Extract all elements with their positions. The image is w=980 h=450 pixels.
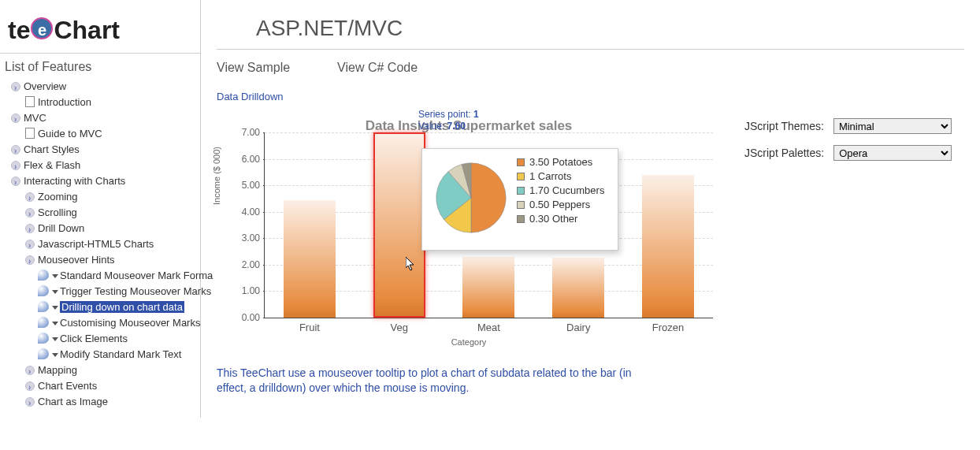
tree-click-elements[interactable]: Click Elements [60,333,128,344]
swatch-icon [517,173,525,180]
xtick: Frozen [629,322,707,333]
bar-frozen[interactable] [642,175,694,318]
tree-std-marks[interactable]: Standard Mouseover Mark Forma [60,270,213,281]
tree-introduction[interactable]: Introduction [38,96,91,108]
palettes-select[interactable]: Opera [833,145,952,161]
leaf-icon [38,333,49,344]
chevron-down-icon[interactable] [52,306,58,310]
legend-text: 1 Carrots [529,169,571,184]
pie-chart [433,160,509,236]
swatch-icon [517,215,525,223]
expand-icon[interactable] [11,145,20,154]
tree-overview[interactable]: Overview [24,80,66,92]
xtick: Dairy [539,322,618,333]
palettes-label: JScript Palettes: [744,147,824,159]
tree-chart-styles[interactable]: Chart Styles [24,143,80,155]
expand-icon[interactable] [25,208,35,218]
tree-flex-flash[interactable]: Flex & Flash [24,159,80,171]
expand-icon[interactable] [25,366,35,375]
pie-slice-potatoes [471,163,506,232]
legend-row: 1 Carrots [517,169,604,184]
tree-mouseover[interactable]: Mouseover Hints [38,254,115,266]
cursor-icon [406,257,418,273]
expand-icon[interactable] [25,224,35,233]
expand-icon[interactable] [11,177,20,186]
chevron-down-icon[interactable] [52,353,58,357]
ytick: 6.00 [232,154,260,165]
sidebar: teeChart List of Features Overview Intro… [0,0,201,418]
leaf-icon [38,348,49,359]
tree-js-html5[interactable]: Javascript-HTML5 Charts [38,238,154,250]
legend-text: 0.30 Other [529,212,577,226]
tree-interacting[interactable]: Interacting with Charts [24,175,125,187]
tree-guide-mvc[interactable]: Guide to MVC [38,128,102,139]
tree-modify-mark[interactable]: Modify Standard Mark Text [60,348,181,360]
chevron-down-icon[interactable] [52,290,58,294]
swatch-icon [517,201,525,209]
expand-icon[interactable] [11,82,20,91]
ytick: 2.00 [232,259,260,270]
leaf-icon [38,270,49,281]
tree-zooming[interactable]: Zooming [38,191,78,203]
ytick: 5.00 [232,180,260,191]
chevron-down-icon[interactable] [52,274,58,278]
ytick: 4.00 [232,206,260,218]
legend-row: 1.70 Cucumbers [517,184,604,198]
expand-icon[interactable] [25,397,35,407]
page-title: ASP.NET/MVC [217,0,964,50]
chevron-down-icon[interactable] [52,322,58,325]
xtick: Meat [449,322,528,333]
chevron-down-icon[interactable] [52,337,58,341]
drilldown-tooltip: 3.50 Potatoes1 Carrots1.70 Cucumbers0.50… [421,148,618,251]
tree-drilldown[interactable]: Drill Down [38,222,84,234]
doc-icon [25,128,35,139]
chart-controls: JScript Themes: Minimal JScript Palettes… [744,110,952,172]
tree-drilling-chart[interactable]: Drilling down on chart data [60,301,184,313]
yaxis-label: Income ($ 000) [212,147,221,205]
ytick: 3.00 [232,232,260,244]
description-text: This TeeChart use a mouseover tooltip to… [217,347,658,396]
themes-select[interactable]: Minimal [833,118,952,134]
pie-legend: 3.50 Potatoes1 Carrots1.70 Cucumbers0.50… [517,155,604,226]
bar-meat[interactable] [462,257,514,318]
leaf-icon [38,301,49,312]
tree-scrolling[interactable]: Scrolling [38,206,77,218]
legend-text: 3.50 Potatoes [529,155,592,169]
expand-icon[interactable] [11,161,20,170]
tabs: View Sample View C# Code [217,50,964,75]
bar-dairy[interactable] [552,258,604,318]
tree-trigger[interactable]: Trigger Testing Mouseover Marks [60,285,211,297]
legend-text: 0.50 Peppers [529,198,590,212]
tree-chart-image[interactable]: Chart as Image [38,396,108,407]
ytick: 7.00 [232,127,260,138]
expand-icon[interactable] [11,113,20,123]
expand-icon[interactable] [25,255,35,265]
xtick: Fruit [270,322,349,333]
expand-icon[interactable] [25,381,35,391]
tree-mvc[interactable]: MVC [24,112,46,124]
legend-text: 1.70 Cucumbers [529,184,604,198]
xaxis-label: Category [217,337,721,347]
leaf-icon [38,285,49,296]
logo-e-icon: e [31,17,53,39]
leaf-icon [38,317,49,328]
expand-icon[interactable] [25,192,35,202]
themes-label: JScript Themes: [744,120,824,132]
swatch-icon [517,158,525,166]
tree-chart-events[interactable]: Chart Events [38,380,97,392]
tab-view-code[interactable]: View C# Code [337,61,418,75]
expand-icon[interactable] [25,240,35,249]
main-content: ASP.NET/MVC View Sample View C# Code Dat… [201,0,980,418]
section-title: Data Drilldown [217,75,964,110]
tab-view-sample[interactable]: View Sample [217,61,290,75]
feature-tree: Overview Introduction MVC Guide to MVC C… [0,79,200,410]
logo: teeChart [0,0,200,53]
sidebar-title: List of Features [0,53,200,79]
tree-customising[interactable]: Customising Mouseover Marks [60,317,200,329]
ytick: 1.00 [232,285,260,296]
bar-chart[interactable]: Data Insights Supermarket sales Series p… [217,110,721,347]
bar-fruit[interactable] [284,200,336,318]
bar-veg[interactable] [373,132,425,318]
tree-mapping[interactable]: Mapping [38,364,77,376]
xtick: Veg [360,322,439,333]
